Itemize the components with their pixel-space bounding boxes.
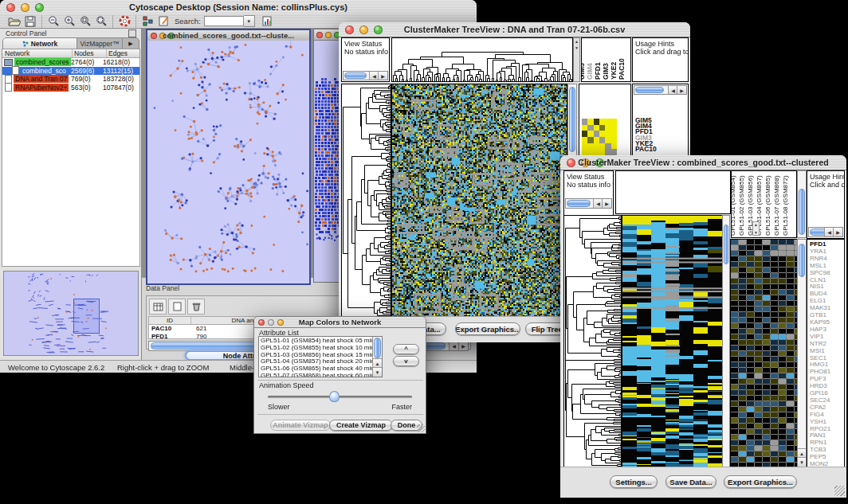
tv2-row-dendrogram[interactable] [563, 215, 622, 467]
tab-vizmapper[interactable]: VizMapper™ [77, 38, 123, 49]
tv2-heatmap-vscrollbar[interactable] [722, 215, 730, 467]
slider-thumb[interactable] [329, 391, 340, 402]
column-label[interactable]: GPL51-01 (GSM854) [731, 175, 736, 236]
scroll-up-icon[interactable]: ▲ [574, 39, 579, 44]
zoom-in-icon[interactable] [61, 14, 77, 29]
scroll-left-icon[interactable]: ◀ [449, 342, 458, 350]
treeview2-titlebar[interactable]: ClusterMaker TreeView : combined_scores_… [560, 155, 846, 170]
tv2-zoom-vscrollbar[interactable]: ▲ ▼ [797, 239, 807, 467]
network-list-row[interactable]: combined_scores2764(0)16218(0) [2, 58, 139, 67]
matrix-cell[interactable] [582, 125, 587, 131]
move-up-button[interactable]: ^ [393, 344, 419, 354]
matrix-cell[interactable] [605, 149, 610, 155]
matrix-cell[interactable] [611, 137, 617, 143]
search-dropdown-arrow-icon[interactable]: ▼ [244, 15, 255, 27]
scroll-right-icon[interactable]: ▶ [602, 199, 611, 208]
mini-scroll-arrows[interactable]: ▲ ▼ [752, 221, 760, 236]
matrix-cell[interactable] [582, 131, 587, 137]
network-frame-1[interactable]: combined_scores_good.txt--cluste... [146, 29, 311, 285]
help-lifesaver-icon[interactable] [116, 14, 132, 29]
matrix-cell[interactable] [599, 149, 605, 155]
matrix-cell[interactable] [587, 119, 593, 125]
matrix-cell[interactable] [594, 119, 599, 125]
column-label[interactable]: PAC10 [618, 58, 626, 80]
attribute-list-item[interactable]: GPL51-07 (GSM868) heat shock 60 min [259, 373, 372, 377]
data-col-id[interactable]: ID [149, 317, 191, 324]
main-titlebar[interactable]: Cytoscape Desktop (Session Name: collins… [0, 0, 477, 15]
network-list-row[interactable]: RNAPuberNov2+563(0)107847(0) [2, 84, 139, 92]
resize-grip[interactable] [417, 424, 425, 432]
column-label[interactable]: PFD1 [594, 62, 602, 80]
col-edges[interactable]: Edges [107, 49, 139, 57]
tv2-hints-hscrollbar[interactable]: ◀ ▶ [808, 227, 843, 237]
dialog-titlebar[interactable]: Map Colors to Network [254, 317, 426, 328]
network-name[interactable]: combined_sco [21, 67, 68, 75]
scroll-down-icon[interactable]: ▼ [574, 45, 579, 50]
tv2-labels-vscrollbar[interactable] [797, 170, 807, 238]
column-label[interactable]: GPL51-06 (GSM865) [764, 175, 771, 236]
matrix-cell[interactable] [587, 143, 593, 150]
resize-grip[interactable] [834, 486, 845, 496]
matrix-cell[interactable] [605, 125, 610, 131]
scroll-up-icon[interactable]: ▲ [753, 222, 759, 227]
scroll-right-icon[interactable]: ▶ [458, 342, 468, 350]
attribute-browser-icon[interactable] [260, 14, 276, 29]
matrix-cell[interactable] [594, 137, 599, 143]
zoom-selected-icon[interactable] [77, 14, 93, 29]
column-label[interactable]: GIM3 [602, 63, 610, 80]
new-attribute-icon[interactable] [168, 299, 186, 315]
move-down-button[interactable]: v [393, 356, 419, 366]
frame2-close-button[interactable] [316, 32, 323, 38]
matrix-cell[interactable] [582, 137, 587, 143]
matrix-cell[interactable] [587, 131, 593, 137]
column-label[interactable]: GPL51-07 (GSM868) [773, 175, 780, 236]
float-panel-icon[interactable] [128, 29, 136, 37]
matrix-cell[interactable] [605, 137, 610, 143]
column-label[interactable]: GIM4 [586, 63, 594, 80]
matrix-cell[interactable] [611, 125, 617, 131]
network-overview-panel[interactable] [3, 271, 139, 356]
attribute-table-icon[interactable] [149, 299, 167, 315]
network-view-icon[interactable] [139, 14, 155, 29]
matrix-cell[interactable] [594, 143, 599, 150]
tv1-labels-hscrollbar[interactable]: ◀ ▶ [634, 85, 687, 95]
network-list-row[interactable]: DNA and Tran 07769(0)183728(0) [2, 75, 139, 84]
delete-attribute-icon[interactable] [187, 299, 205, 315]
network-list-row[interactable]: combined_sco2569(6)13112(15) [2, 67, 139, 76]
tv2-status-hscrollbar[interactable]: ◀ ▶ [565, 198, 612, 209]
matrix-cell[interactable] [605, 143, 610, 150]
treeview1-titlebar[interactable]: ClusterMaker TreeView : DNA and Tran 07-… [339, 22, 690, 37]
matrix-cell[interactable] [599, 137, 605, 143]
tv1-column-dendrogram[interactable] [391, 37, 573, 82]
attribute-list[interactable]: GPL51-01 (GSM854) heat shock 05 minGPL51… [258, 336, 383, 377]
scroll-right-icon[interactable]: ▶ [677, 86, 686, 94]
tv1-status-hscrollbar[interactable]: ◀ ▶ [343, 71, 388, 80]
frame2-minimize-button[interactable] [325, 32, 332, 38]
tab-network[interactable]: Network [3, 38, 77, 49]
matrix-cell[interactable] [605, 131, 610, 137]
export-graphics-button[interactable]: Export Graphics... [455, 322, 520, 335]
tv1-global-heatmap[interactable] [391, 84, 567, 317]
tv1-mini-vscroll[interactable]: ▲ ▼ [573, 37, 580, 82]
matrix-cell[interactable] [582, 149, 587, 155]
settings-button[interactable]: Settings... [610, 475, 658, 488]
export-graphics-button[interactable]: Export Graphics... [724, 475, 797, 488]
annotation-icon[interactable] [155, 14, 171, 29]
col-network[interactable]: Network [2, 49, 73, 57]
save-data-button[interactable]: Save Data... [665, 475, 716, 488]
matrix-cell[interactable] [587, 149, 593, 155]
tv2-global-heatmap[interactable] [622, 215, 723, 467]
network-canvas[interactable] [147, 41, 309, 275]
matrix-cell[interactable] [605, 119, 610, 125]
matrix-cell[interactable] [587, 125, 593, 131]
matrix-cell[interactable] [599, 125, 605, 131]
matrix-cell[interactable] [611, 131, 617, 137]
save-session-icon[interactable] [22, 14, 38, 29]
search-input[interactable] [204, 16, 244, 26]
animate-vizmap-button[interactable]: Animate Vizmap [270, 420, 331, 431]
matrix-cell[interactable] [587, 137, 593, 143]
matrix-cell[interactable] [594, 125, 599, 131]
matrix-cell[interactable] [594, 149, 599, 155]
scroll-down-icon[interactable]: ▼ [798, 457, 806, 467]
column-label[interactable]: GPL51-02 (GSM855) [738, 175, 745, 236]
